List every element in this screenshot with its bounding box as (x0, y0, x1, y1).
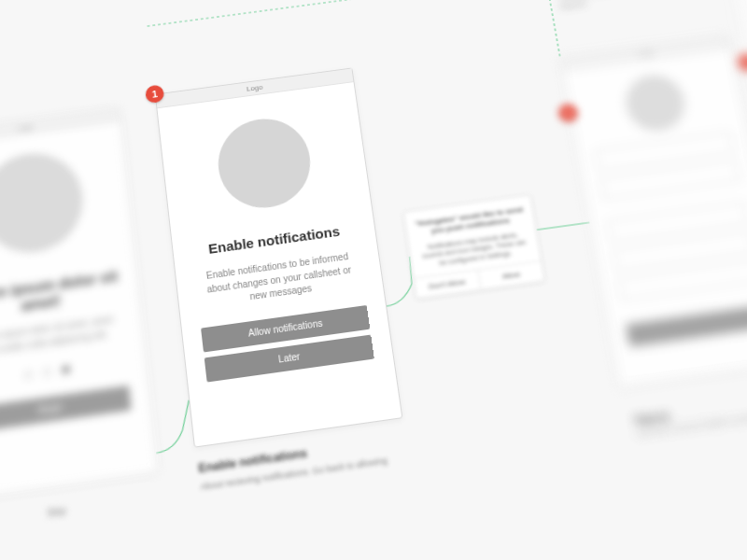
begin-button[interactable]: Begin (0, 385, 132, 432)
status-bar: Logo (0, 108, 120, 147)
avatar-placeholder (0, 147, 87, 259)
annotation-note: Signup User fills in account details to … (633, 388, 747, 441)
status-bar: Logo (561, 35, 730, 71)
avatar-placeholder (214, 113, 316, 213)
page-dot-active[interactable] (63, 365, 71, 373)
note-body: This step of the onboarding describes di… (557, 0, 719, 12)
screen-onboarding-intro: Logo Lorem ipsum dolor sit amet! Lorem i… (0, 107, 158, 501)
screen-enable-notifications: Logo Enable notifications Enable notific… (155, 67, 403, 447)
allow-button[interactable]: Allow (478, 261, 544, 289)
page-dot[interactable] (23, 371, 32, 379)
annotation-note: Text walkthrough This step of the onboar… (556, 0, 719, 12)
header-logo-text: Logo (247, 83, 263, 93)
header-logo-text: Logo (17, 122, 34, 133)
status-bar: Logo (156, 68, 354, 108)
push-permission-dialog: "Hologates" would like to send you push … (403, 194, 546, 300)
intro-description: Lorem ipsum dolor sit amet, amet felis m… (0, 313, 120, 360)
skip-link[interactable]: Skip (47, 505, 66, 518)
screen-signup: Logo (560, 35, 747, 387)
header-logo-text: Logo (637, 49, 654, 58)
annotation-badge: 3 (737, 53, 747, 73)
dont-allow-button[interactable]: Don't Allow (414, 271, 481, 299)
avatar-placeholder (622, 72, 690, 134)
page-dot[interactable] (43, 368, 51, 376)
wireframe-canvas: Logo Lorem ipsum dolor sit amet! Lorem i… (0, 0, 747, 560)
notifications-description: Enable notifications to be informed abou… (202, 250, 357, 311)
